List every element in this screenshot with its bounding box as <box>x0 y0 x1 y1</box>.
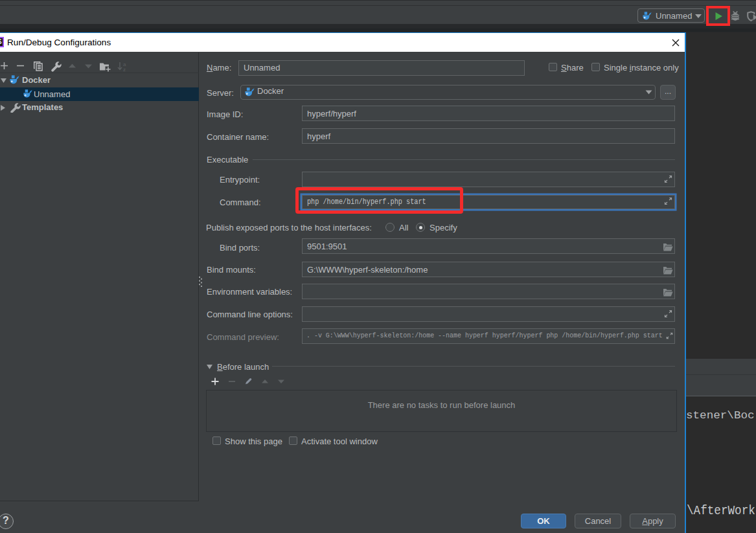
svg-text:z: z <box>123 67 126 72</box>
